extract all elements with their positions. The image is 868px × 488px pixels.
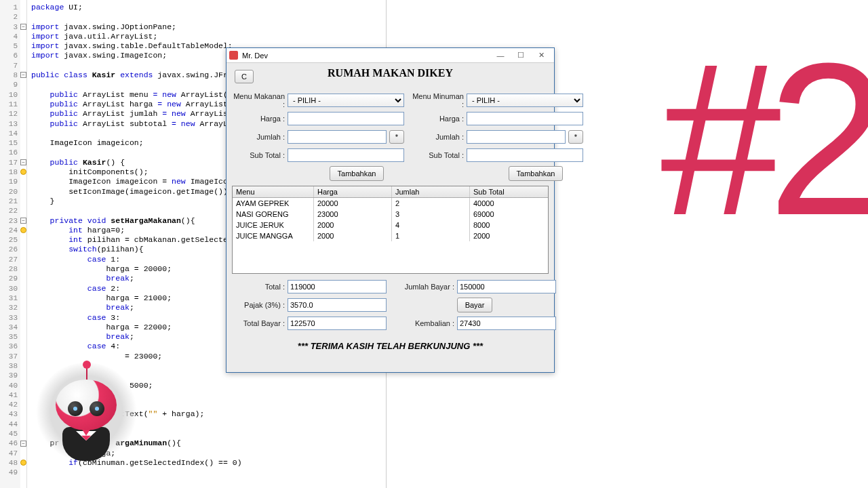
harga-minuman-input[interactable] (467, 112, 583, 125)
harga-makanan-input[interactable] (288, 112, 404, 125)
kembalian-label: Kembalian : (393, 319, 454, 327)
pajak-label: Pajak (3%) : (232, 301, 285, 309)
swing-window: Mr. Dev — ☐ ✕ C RUMAH MAKAN DIKEY Menu M… (226, 47, 555, 373)
subtotal-makanan-input[interactable] (288, 148, 404, 162)
menu-makanan-select[interactable]: - PILIH - (288, 94, 404, 107)
tambah-minuman-button[interactable]: Tambahkan (509, 166, 563, 181)
jumlah-minuman-label: Jumlah : (411, 133, 464, 141)
window-title: Mr. Dev (242, 52, 268, 60)
menu-makanan-label: Menu Makanan : (232, 92, 285, 108)
line-gutter: 1234567891011121314151617181920212223242… (0, 0, 20, 488)
app-title: RUMAH MAKAN DIKEY (232, 67, 549, 79)
robot-mascot (34, 359, 142, 481)
titlebar: Mr. Dev — ☐ ✕ (226, 48, 554, 63)
fold-column: −−−−− (20, 0, 27, 488)
close-button[interactable]: ✕ (531, 49, 551, 62)
episode-number: #2 (660, 30, 868, 247)
jumlah-makanan-label: Jumlah : (232, 133, 285, 141)
jumlah-minuman-input[interactable] (467, 130, 566, 144)
harga-makanan-label: Harga : (232, 115, 285, 123)
total-input[interactable] (288, 280, 387, 293)
jumlah-makanan-input[interactable] (288, 130, 387, 144)
minimize-button[interactable]: — (490, 49, 511, 62)
order-table[interactable]: MenuHargaJumlahSub Total AYAM GEPREK2000… (232, 186, 549, 274)
menu-minuman-label: Menu Minuman : (411, 92, 464, 108)
totalbayar-label: Total Bayar : (232, 319, 285, 327)
clear-button[interactable]: C (235, 70, 254, 83)
jmlbayar-label: Jumlah Bayar : (393, 283, 454, 291)
table-header: MenuHargaJumlahSub Total (233, 186, 548, 198)
subtotal-makanan-label: Sub Total : (232, 151, 285, 159)
kembalian-input[interactable] (457, 317, 556, 330)
subtotal-minuman-label: Sub Total : (411, 151, 464, 159)
total-label: Total : (232, 283, 285, 291)
totalbayar-input[interactable] (288, 317, 387, 330)
table-row[interactable]: NASI GORENG23000369000 (233, 209, 548, 220)
table-row[interactable]: JUICE MANGGA200012000 (233, 230, 548, 241)
thanks-message: *** TERIMA KASIH TELAH BERKUNJUNG *** (232, 341, 549, 351)
harga-minuman-label: Harga : (411, 115, 464, 123)
jmlbayar-input[interactable] (457, 280, 556, 293)
menu-minuman-select[interactable]: - PILIH - (467, 94, 583, 107)
table-row[interactable]: AYAM GEPREK20000240000 (233, 198, 548, 209)
calc-minuman-button[interactable]: * (568, 130, 583, 144)
calc-makanan-button[interactable]: * (389, 130, 404, 144)
minuman-column: Menu Minuman : - PILIH - Harga : Jumlah … (411, 93, 583, 183)
makanan-column: Menu Makanan : - PILIH - Harga : Jumlah … (232, 93, 404, 183)
maximize-button[interactable]: ☐ (511, 49, 531, 62)
tambah-makanan-button[interactable]: Tambahkan (330, 166, 384, 181)
pajak-input[interactable] (288, 298, 387, 312)
bayar-button[interactable]: Bayar (457, 298, 492, 312)
subtotal-minuman-input[interactable] (467, 148, 583, 162)
window-icon (229, 51, 238, 60)
table-row[interactable]: JUICE JERUK200048000 (233, 220, 548, 230)
